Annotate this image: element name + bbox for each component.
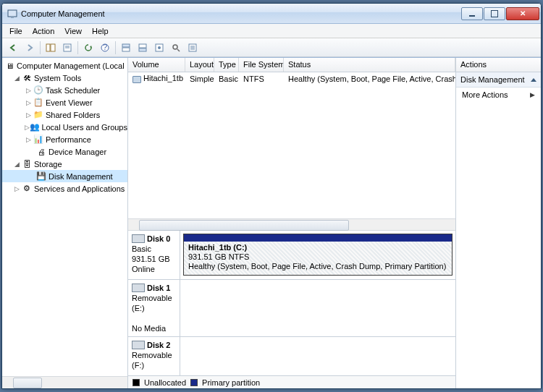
- tree-performance[interactable]: ▷ 📊 Performance: [2, 133, 127, 145]
- tree-device-manager[interactable]: 🖨 Device Manager: [2, 145, 127, 158]
- primary-swatch: [190, 379, 198, 386]
- disk-icon: 💾: [35, 171, 47, 182]
- maximize-button[interactable]: [484, 7, 505, 20]
- tree-event-viewer[interactable]: ▷ 📋 Event Viewer: [2, 96, 127, 108]
- tree-label: Performance: [46, 135, 91, 144]
- refresh-button[interactable]: [80, 40, 96, 56]
- tree-label: System Tools: [34, 74, 81, 82]
- tree-task-scheduler[interactable]: ▷ 🕒 Task Scheduler: [2, 84, 127, 96]
- expand-icon[interactable]: ▷: [24, 124, 30, 131]
- vol-layout: Simple: [185, 74, 214, 84]
- back-button[interactable]: [5, 40, 21, 56]
- event-icon: 📋: [33, 98, 44, 108]
- tree-disk-management[interactable]: 💾 Disk Management: [2, 170, 127, 182]
- disk-icon: [132, 341, 145, 349]
- tree-root[interactable]: 🖥 Computer Management (Local: [2, 59, 127, 72]
- vol-type: Basic: [214, 74, 239, 84]
- help-button[interactable]: ?: [97, 40, 113, 56]
- expand-icon[interactable]: ▷: [24, 99, 33, 106]
- expand-icon[interactable]: ▷: [24, 87, 33, 94]
- disk0-name: Disk 0: [147, 234, 170, 243]
- menu-view[interactable]: View: [60, 25, 86, 37]
- menu-file[interactable]: File: [5, 25, 27, 37]
- settings-button[interactable]: [151, 40, 167, 56]
- collapse-icon[interactable]: ◢: [12, 74, 21, 82]
- titlebar[interactable]: Computer Management: [2, 4, 541, 24]
- volume-row[interactable]: Hitachi_1tb (C:) Simple Basic NTFS Healt…: [128, 72, 455, 85]
- action-list-button[interactable]: [185, 40, 201, 56]
- more-actions-item[interactable]: More Actions ▶: [456, 88, 541, 102]
- svg-rect-2: [46, 44, 50, 51]
- disk1-info: Disk 1 Removable (E:) No Media: [128, 280, 180, 336]
- actions-section-label: Disk Management: [460, 75, 525, 84]
- more-actions-label: More Actions: [462, 90, 508, 99]
- disk1-type: Removable (E:): [132, 293, 176, 313]
- actions-section[interactable]: Disk Management: [456, 72, 541, 88]
- disk1-name: Disk 1: [147, 284, 170, 292]
- disk0-vol-status: Healthy (System, Boot, Page File, Active…: [188, 262, 446, 270]
- expand-icon[interactable]: ▷: [24, 136, 33, 143]
- vol-status: Healthy (System, Boot, Page File, Active…: [284, 74, 455, 84]
- list-scrollbar[interactable]: [128, 218, 455, 231]
- disk-row-1[interactable]: Disk 1 Removable (E:) No Media: [128, 280, 455, 337]
- find-button[interactable]: [168, 40, 184, 56]
- legend-unallocated: Unallocated: [144, 378, 186, 387]
- disk-row-0[interactable]: Disk 0 Basic 931.51 GB Online Hitachi_1t…: [128, 231, 455, 280]
- svg-rect-0: [8, 10, 17, 17]
- menu-action[interactable]: Action: [28, 25, 59, 37]
- disk0-vol-name: Hitachi_1tb (C:): [188, 243, 247, 252]
- expand-icon[interactable]: ▷: [12, 185, 21, 192]
- tree-scrollbar[interactable]: [2, 376, 127, 388]
- svg-rect-11: [139, 44, 146, 48]
- clock-icon: 🕒: [33, 85, 44, 95]
- show-hide-tree-button[interactable]: [43, 40, 59, 56]
- tree-storage[interactable]: ◢ 🗄 Storage: [2, 158, 127, 170]
- tree-label: Event Viewer: [46, 98, 93, 107]
- collapse-icon[interactable]: ◢: [12, 161, 21, 168]
- disk0-volume-c[interactable]: Hitachi_1tb (C:) 931.51 GB NTFS Healthy …: [183, 234, 452, 276]
- svg-rect-10: [122, 48, 130, 51]
- window-title: Computer Management: [21, 9, 461, 18]
- volume-icon: [132, 76, 141, 83]
- tree-label: Device Manager: [49, 148, 106, 156]
- vol-name: Hitachi_1tb (C:): [143, 74, 185, 82]
- storage-icon: 🗄: [21, 159, 33, 169]
- minimize-button[interactable]: [461, 7, 483, 20]
- close-button[interactable]: [506, 7, 539, 20]
- tree-local-users[interactable]: ▷ 👥 Local Users and Groups: [2, 121, 127, 133]
- forward-button[interactable]: [22, 40, 38, 56]
- view-bottom-button[interactable]: [135, 40, 151, 56]
- disk1-media: No Media: [132, 323, 176, 333]
- collapse-up-icon: [531, 78, 536, 82]
- svg-rect-3: [51, 44, 55, 51]
- disk0-size: 931.51 GB: [132, 254, 176, 264]
- col-status[interactable]: Status: [284, 58, 455, 72]
- volume-list[interactable]: Hitachi_1tb (C:) Simple Basic NTFS Healt…: [128, 72, 455, 218]
- chevron-right-icon: ▶: [530, 91, 535, 98]
- disk-row-2[interactable]: Disk 2 Removable (F:) No Media: [128, 337, 455, 375]
- disk-graphical-view: Disk 0 Basic 931.51 GB Online Hitachi_1t…: [128, 231, 455, 375]
- properties-button[interactable]: [59, 40, 75, 56]
- disk0-vol-size: 931.51 GB NTFS: [188, 252, 249, 261]
- actions-pane: Actions Disk Management More Actions ▶: [456, 58, 541, 388]
- menu-help[interactable]: Help: [88, 25, 113, 37]
- actions-header: Actions: [456, 58, 541, 72]
- col-volume[interactable]: Volume: [128, 58, 185, 72]
- legend-primary: Primary partition: [202, 378, 260, 387]
- view-top-button[interactable]: [118, 40, 134, 56]
- tree-label: Computer Management (Local: [17, 61, 125, 70]
- disk0-state: Online: [132, 264, 176, 274]
- tree-label: Disk Management: [49, 172, 113, 181]
- console-tree: 🖥 Computer Management (Local ◢ 🛠 System …: [2, 58, 128, 388]
- col-filesystem[interactable]: File System: [239, 58, 284, 72]
- col-type[interactable]: Type: [214, 58, 239, 72]
- col-layout[interactable]: Layout: [185, 58, 214, 72]
- tree-services[interactable]: ▷ ⚙ Services and Applications: [2, 182, 127, 195]
- disk2-info: Disk 2 Removable (F:) No Media: [128, 337, 180, 375]
- toolbar: ?: [2, 38, 541, 57]
- expand-icon[interactable]: ▷: [24, 111, 33, 119]
- tree-label: Task Scheduler: [46, 86, 100, 95]
- perf-icon: 📊: [33, 135, 44, 145]
- tree-system-tools[interactable]: ◢ 🛠 System Tools: [2, 72, 127, 84]
- tree-shared-folders[interactable]: ▷ 📁 Shared Folders: [2, 108, 127, 121]
